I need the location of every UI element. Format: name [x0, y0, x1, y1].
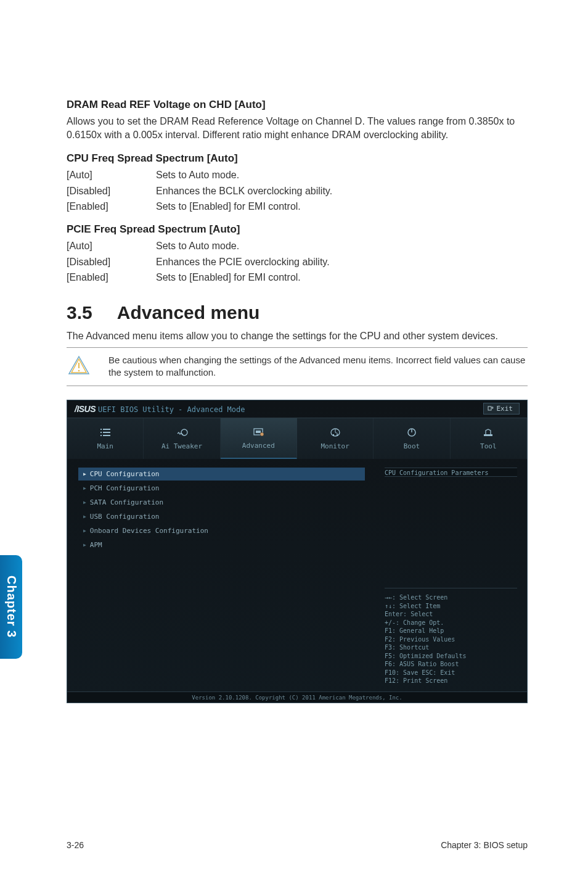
chevron-right-icon: ▶ — [83, 471, 86, 477]
bios-help-line: F5: Optimized Defaults — [385, 652, 517, 661]
tab-label: Advanced — [242, 442, 275, 450]
option-value: Sets to Auto mode. — [156, 239, 528, 253]
warning-block: Be cautious when changing the settings o… — [67, 347, 528, 386]
bios-help-line: ↑↓: Select Item — [385, 602, 517, 611]
bios-menu-item-label: APM — [90, 541, 102, 549]
cpufreq-options: [Auto]Sets to Auto mode.[Disabled]Enhanc… — [67, 168, 528, 213]
tab-label: Main — [97, 442, 113, 450]
section-number: 3.5 — [67, 302, 92, 323]
chevron-right-icon: ▶ — [83, 542, 86, 548]
chevron-right-icon: ▶ — [83, 485, 86, 491]
bios-help-line: F10: Save ESC: Exit — [385, 669, 517, 677]
svg-point-11 — [181, 429, 187, 435]
chevron-right-icon: ▶ — [83, 528, 86, 534]
option-key: [Enabled] — [67, 271, 156, 284]
bios-help-line: +/-: Change Opt. — [385, 619, 517, 627]
tab-label: Ai Tweaker — [161, 442, 202, 450]
bios-help-bottom: →←: Select Screen↑↓: Select ItemEnter: S… — [385, 588, 517, 685]
page-number: 3-26 — [67, 840, 84, 850]
bios-help-line: F1: General Help — [385, 627, 517, 635]
bios-footer: Version 2.10.1208. Copyright (C) 2011 Am… — [67, 691, 527, 703]
option-value: Sets to [Enabled] for EMI control. — [156, 271, 528, 284]
bios-help-line: F6: ASUS Ratio Boost — [385, 660, 517, 669]
warning-text: Be cautious when changing the settings o… — [108, 354, 528, 379]
page-footer: 3-26 Chapter 3: BIOS setup — [67, 840, 528, 850]
bios-help-line: F2: Previous Values — [385, 635, 517, 644]
bios-menu-item[interactable]: ▶Onboard Devices Configuration — [78, 524, 365, 537]
option-key: [Disabled] — [67, 255, 156, 269]
tab-label: Tool — [480, 442, 497, 450]
option-row: [Enabled]Sets to [Enabled] for EMI contr… — [67, 200, 528, 213]
bios-menu-item-label: CPU Configuration — [90, 470, 160, 478]
tab-icon — [175, 426, 189, 439]
bios-menu: ▶CPU Configuration▶PCH Configuration▶SAT… — [67, 459, 376, 691]
bios-menu-item[interactable]: ▶APM — [78, 538, 365, 551]
option-value: Enhances the PCIE overclocking ability. — [156, 255, 528, 269]
tab-icon — [99, 426, 112, 439]
svg-rect-20 — [484, 434, 492, 436]
chapter-tab: Chapter 3 — [0, 555, 22, 659]
dram-title: DRAM Read REF Voltage on CHD [Auto] — [67, 99, 528, 111]
page-footer-right: Chapter 3: BIOS setup — [441, 840, 528, 850]
chevron-right-icon: ▶ — [83, 500, 86, 505]
pciefreq-title: PCIE Freq Spread Spectrum [Auto] — [67, 223, 528, 236]
option-value: Sets to [Enabled] for EMI control. — [156, 200, 528, 213]
bios-title-text: UEFI BIOS Utility - Advanced Mode — [98, 405, 245, 414]
bios-titlebar: /ISUS UEFI BIOS Utility - Advanced Mode … — [67, 400, 527, 418]
tab-icon — [481, 426, 495, 439]
option-key: [Disabled] — [67, 184, 156, 198]
svg-rect-4 — [488, 406, 491, 410]
option-row: [Auto]Sets to Auto mode. — [67, 168, 528, 182]
bios-tab-advanced[interactable]: Advanced — [221, 418, 297, 459]
exit-icon — [488, 405, 494, 413]
bios-screenshot: /ISUS UEFI BIOS Utility - Advanced Mode … — [67, 400, 528, 703]
section-title: 3.5 Advanced menu — [67, 302, 528, 323]
svg-rect-17 — [337, 434, 338, 436]
bios-menu-item-label: PCH Configuration — [90, 484, 160, 492]
bios-tab-tool[interactable]: Tool — [451, 418, 527, 459]
svg-rect-16 — [333, 434, 334, 436]
bios-tab-ai-tweaker[interactable]: Ai Tweaker — [144, 418, 220, 459]
exit-label: Exit — [497, 405, 513, 413]
bios-menu-item[interactable]: ▶CPU Configuration — [78, 468, 365, 481]
bios-menu-item-label: USB Configuration — [90, 513, 160, 521]
tab-icon — [405, 426, 419, 439]
tab-icon — [329, 426, 342, 439]
bios-tab-main[interactable]: Main — [67, 418, 144, 459]
bios-help-line: →←: Select Screen — [385, 593, 517, 602]
tab-icon — [251, 426, 265, 438]
bios-title-left: /ISUS UEFI BIOS Utility - Advanced Mode — [75, 404, 245, 414]
tab-label: Monitor — [321, 442, 349, 450]
bios-help-line: F3: Shortcut — [385, 643, 517, 652]
svg-point-14 — [260, 432, 264, 436]
cpufreq-title: CPU Freq Spread Spectrum [Auto] — [67, 152, 528, 165]
bios-tab-boot[interactable]: Boot — [374, 418, 450, 459]
chevron-right-icon: ▶ — [83, 514, 86, 519]
svg-point-3 — [78, 370, 80, 372]
bios-menu-item[interactable]: ▶PCH Configuration — [78, 482, 365, 495]
svg-rect-13 — [256, 431, 261, 433]
asus-logo: /ISUS — [75, 404, 96, 414]
exit-button[interactable]: Exit — [483, 403, 520, 415]
option-value: Enhances the BCLK overclocking ability. — [156, 184, 528, 198]
option-value: Sets to Auto mode. — [156, 168, 528, 182]
bios-menu-item-label: SATA Configuration — [90, 498, 163, 506]
bios-menu-item[interactable]: ▶USB Configuration — [78, 510, 365, 523]
option-row: [Auto]Sets to Auto mode. — [67, 239, 528, 253]
bios-menu-item-label: Onboard Devices Configuration — [90, 527, 208, 535]
bios-tab-monitor[interactable]: Monitor — [297, 418, 374, 459]
option-key: [Auto] — [67, 168, 156, 182]
tab-label: Boot — [404, 442, 420, 450]
advanced-para: The Advanced menu items allow you to cha… — [67, 329, 528, 343]
pciefreq-options: [Auto]Sets to Auto mode.[Disabled]Enhanc… — [67, 239, 528, 284]
option-key: [Auto] — [67, 239, 156, 253]
dram-para: Allows you to set the DRAM Read Referenc… — [67, 115, 528, 141]
bios-menu-item[interactable]: ▶SATA Configuration — [78, 496, 365, 509]
chapter-tab-label: Chapter 3 — [4, 576, 18, 638]
warning-icon — [67, 354, 91, 375]
option-row: [Enabled]Sets to [Enabled] for EMI contr… — [67, 271, 528, 284]
option-row: [Disabled]Enhances the BCLK overclocking… — [67, 184, 528, 198]
bios-help-line: Enter: Select — [385, 610, 517, 619]
bios-body: ▶CPU Configuration▶PCH Configuration▶SAT… — [67, 459, 527, 691]
section-name: Advanced menu — [117, 302, 260, 323]
